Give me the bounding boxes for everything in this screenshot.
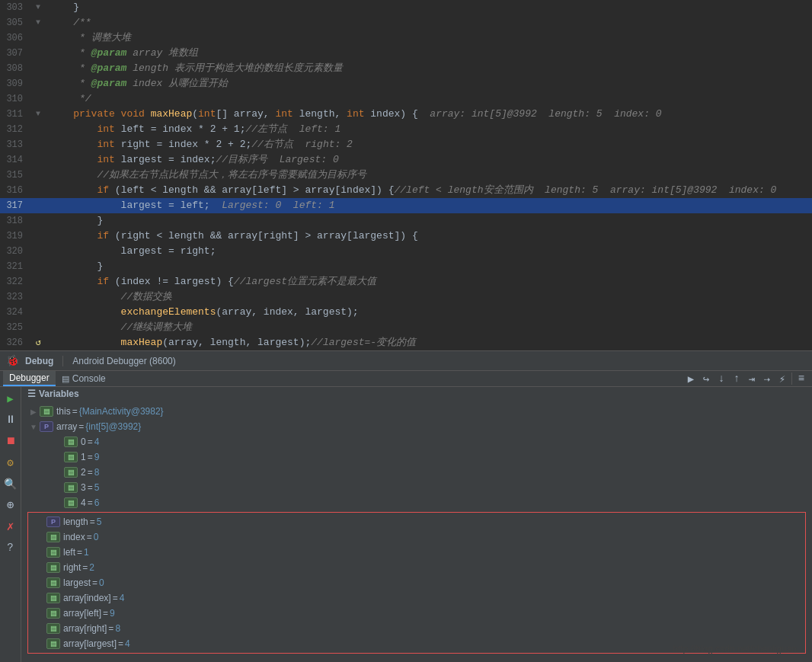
code-line-311: 311 ▼ private void maxHeap(int[] array, … (0, 107, 812, 122)
code-line-320: 320 largest = right; (0, 244, 812, 259)
array-largest-icon: ▤ (46, 638, 60, 649)
code-line-325: 325 //继续调整大堆 (0, 320, 812, 335)
debug-title-bar: 🐞 Debug Android Debugger (8600) (0, 351, 812, 371)
code-line-308: 308 * @param length 表示用于构造大堆的数组长度元素数量 (0, 61, 812, 76)
code-line-312: 312 int left = index * 2 + 1;//左节点 left:… (0, 122, 812, 137)
code-line-306: 306 * 调整大堆 (0, 30, 812, 46)
code-line-315: 315 //如果左右节点比根节点大，将左右序号需要赋值为目标序号 (0, 168, 812, 183)
length-icon: P (46, 516, 60, 527)
toolbar-sep (791, 373, 792, 385)
var-array-0[interactable]: ▤ 0 = 4 (21, 434, 812, 449)
var-array-3[interactable]: ▤ 3 = 5 (21, 480, 812, 495)
left-sidebar: ▶ ⏸ ⏹ ⚙ 🔍 ⊕ ✗ ? (0, 387, 21, 662)
var-array-index[interactable]: ▤ array[index] = 4 (28, 590, 805, 606)
var-array-4[interactable]: ▤ 4 = 6 (21, 495, 812, 510)
code-line-324: 324 exchangeElements(array, index, large… (0, 305, 812, 320)
console-icon: ▤ (62, 374, 69, 384)
marker-tool-button[interactable]: ⊕ (2, 497, 19, 513)
threads-button[interactable]: ≡ (794, 371, 809, 386)
expand-array[interactable] (27, 423, 40, 431)
code-line-316: 316 if (left < length && array[left] > a… (0, 183, 812, 198)
step-over-button[interactable]: ↩ (699, 371, 714, 386)
code-line-319: 319 if (right < length && array[right] >… (0, 229, 812, 244)
var-left[interactable]: ▤ left = 1 (28, 545, 805, 560)
step-out-button[interactable]: ↑ (729, 371, 744, 386)
fold-icon[interactable]: ▼ (36, 0, 40, 15)
tab-console[interactable]: ▤ Console (56, 372, 112, 385)
var-this[interactable]: ▤ this = {MainActivity@3982} (21, 404, 812, 419)
force-step-button[interactable]: ⇢ (759, 371, 775, 386)
array-item-4-icon: ▤ (64, 497, 78, 508)
code-line-321: 321 } (0, 259, 812, 274)
var-array[interactable]: P array = {int[5]@3992} (21, 419, 812, 434)
run-to-cursor-button[interactable]: ⇥ (744, 371, 759, 386)
code-line-305: 305 ▼ /** (0, 15, 812, 30)
code-line-307: 307 * @param array 堆数组 (0, 46, 812, 61)
variables-icon: ☰ (27, 389, 36, 399)
array-right-icon: ▤ (46, 623, 60, 634)
var-array-right[interactable]: ▤ array[right] = 8 (28, 621, 805, 636)
this-icon: ▤ (40, 406, 53, 417)
expand-this[interactable] (27, 408, 40, 416)
debug-icon: 🐞 (6, 354, 19, 367)
array-item-2-icon: ▤ (64, 467, 78, 478)
code-line-317: 317 largest = left; Largest: 0 left: 1 (0, 198, 812, 213)
var-array-left[interactable]: ▤ array[left] = 9 (28, 606, 805, 621)
left-icon: ▤ (46, 547, 60, 558)
var-index[interactable]: ▤ index = 0 (28, 529, 805, 545)
evaluate-button[interactable]: ⚡ (775, 371, 790, 386)
variables-label: Variables (39, 389, 79, 399)
array-index-icon: ▤ (46, 593, 60, 603)
var-array-2[interactable]: ▤ 2 = 8 (21, 465, 812, 480)
code-line-309: 309 * @param index 从哪位置开始 (0, 76, 812, 91)
array-item-0-icon: ▤ (64, 437, 78, 447)
code-line-313: 313 int right = index * 2 + 2;//右节点 righ… (0, 137, 812, 152)
code-line-322: 322 if (index != largest) {//largest位置元素… (0, 274, 812, 289)
analyze-tool-button[interactable]: 🔍 (2, 475, 19, 492)
right-icon: ▤ (46, 562, 60, 573)
settings-tool-button[interactable]: ⚙ (2, 454, 19, 471)
code-line-303: 303 ▼ } (0, 0, 812, 15)
index-icon: ▤ (46, 532, 60, 542)
code-line-326: 326 ↺ maxHeap(array, length, largest);//… (0, 335, 812, 350)
code-line-310: 310 */ (0, 91, 812, 107)
code-line-314: 314 int largest = index;//目标序号 Largest: … (0, 152, 812, 168)
pause-tool-button[interactable]: ⏸ (2, 411, 19, 428)
code-line-318: 318 } (0, 213, 812, 229)
variables-content: ☰ Variables ▤ this = {MainActivity@3982} (21, 387, 812, 662)
variables-list: ▤ this = {MainActivity@3982} P array = {… (21, 401, 812, 662)
help-tool-button[interactable]: ? (2, 539, 19, 556)
tabs-row: Debugger ▤ Console ▶ ↩ ↓ ↑ ⇥ ⇢ ⚡ ≡ (0, 371, 812, 387)
tab-debugger[interactable]: Debugger (3, 371, 56, 386)
debug-panel: 🐞 Debug Android Debugger (8600) Debugger… (0, 350, 812, 662)
array-item-3-icon: ▤ (64, 482, 78, 493)
fold-icon[interactable]: ▼ (36, 107, 40, 122)
largest-icon: ▤ (46, 577, 60, 588)
stop-tool-button[interactable]: ⏹ (2, 433, 19, 449)
var-largest[interactable]: ▤ largest = 0 (28, 575, 805, 590)
array-left-icon: ▤ (46, 608, 60, 619)
fold-icon[interactable]: ▼ (36, 15, 40, 30)
variables-header: ☰ Variables (21, 387, 812, 401)
array-icon: P (40, 421, 53, 432)
android-debugger-label: Android Debugger (8600) (72, 356, 175, 366)
run-tool-button[interactable]: ▶ (2, 390, 19, 407)
var-length[interactable]: P length = 5 (28, 514, 805, 529)
arrow-indicator: ↺ (35, 335, 40, 350)
close-tool-button[interactable]: ✗ (2, 518, 19, 535)
step-into-button[interactable]: ↓ (714, 371, 729, 386)
array-item-1-icon: ▤ (64, 452, 78, 462)
sep (62, 356, 63, 366)
watermark: http://blog.csdn.net/chenliguan (673, 644, 797, 654)
highlighted-vars-box: P length = 5 ▤ index = 0 (27, 512, 806, 654)
debug-title: Debug (25, 356, 53, 366)
var-array-1[interactable]: ▤ 1 = 9 (21, 449, 812, 465)
code-line-323: 323 //数据交换 (0, 289, 812, 305)
var-right[interactable]: ▤ right = 2 (28, 560, 805, 575)
resume-button[interactable]: ▶ (683, 371, 699, 386)
